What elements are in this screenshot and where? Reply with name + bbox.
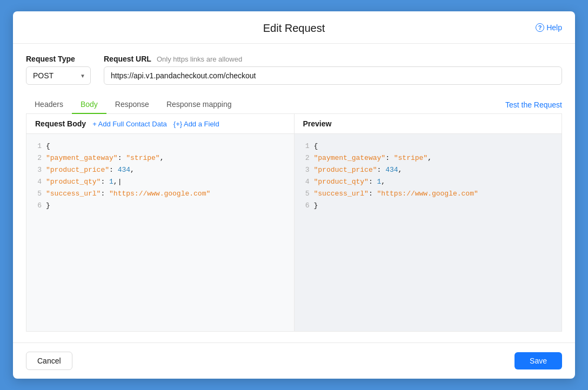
- modal-header: Edit Request ? Help: [13, 11, 575, 44]
- tabs-container: Headers Body Response Response mapping T…: [26, 96, 562, 114]
- editor-area: Request Body + Add Full Contact Data {+}…: [26, 114, 562, 332]
- form-row: Request Type POST GET PUT PATCH DELETE ▼: [26, 55, 562, 85]
- code-line: 6 }: [299, 200, 558, 212]
- help-icon: ?: [536, 23, 544, 32]
- code-line: 3 "product_price": 434,: [31, 164, 290, 176]
- url-label-row: Request URL Only https links are allowed: [104, 55, 562, 63]
- edit-request-modal: Edit Request ? Help Request Type POST GE…: [13, 11, 575, 379]
- tab-response[interactable]: Response: [106, 96, 158, 114]
- save-button[interactable]: Save: [514, 352, 562, 369]
- cancel-button[interactable]: Cancel: [26, 352, 72, 370]
- request-type-label: Request Type: [26, 55, 91, 63]
- request-type-select[interactable]: POST GET PUT PATCH DELETE: [26, 66, 91, 85]
- url-hint: Only https links are allowed: [157, 55, 242, 63]
- modal-title: Edit Request: [263, 22, 325, 35]
- add-full-contact-button[interactable]: + Add Full Contact Data: [92, 120, 167, 128]
- request-body-header: Request Body + Add Full Contact Data {+}…: [26, 114, 294, 134]
- code-line: 4 "product_qty": 1,: [299, 176, 558, 188]
- preview-editor: 1 { 2 "payment_gateway": "stripe", 3 "pr…: [295, 134, 562, 331]
- code-line: 4 "product_qty": 1,|: [31, 176, 290, 188]
- preview-pane: Preview 1 { 2 "payment_gateway": "stripe…: [295, 114, 562, 331]
- request-body-pane: Request Body + Add Full Contact Data {+}…: [26, 114, 295, 331]
- code-line: 2 "payment_gateway": "stripe",: [31, 152, 290, 164]
- preview-header: Preview: [295, 114, 562, 134]
- request-body-editor[interactable]: 1 { 2 "payment_gateway": "stripe", 3 "pr…: [26, 134, 294, 331]
- test-request-button[interactable]: Test the Request: [505, 96, 562, 113]
- help-link[interactable]: ? Help: [536, 23, 562, 32]
- code-line: 1 {: [299, 140, 558, 152]
- request-body-title: Request Body: [35, 119, 86, 128]
- code-line: 5 "success_url": "https://www.google.com…: [31, 188, 290, 200]
- request-type-select-wrapper: POST GET PUT PATCH DELETE ▼: [26, 66, 91, 85]
- request-type-group: Request Type POST GET PUT PATCH DELETE ▼: [26, 55, 91, 85]
- code-line: 3 "product_price": 434,: [299, 164, 558, 176]
- code-line: 6 }: [31, 200, 290, 212]
- modal-backdrop: Edit Request ? Help Request Type POST GE…: [0, 0, 588, 390]
- code-line: 2 "payment_gateway": "stripe",: [299, 152, 558, 164]
- tab-headers[interactable]: Headers: [26, 96, 72, 114]
- tab-response-mapping[interactable]: Response mapping: [158, 96, 240, 114]
- request-url-label: Request URL: [104, 55, 151, 63]
- tab-body[interactable]: Body: [72, 96, 106, 114]
- code-line: 5 "success_url": "https://www.google.com…: [299, 188, 558, 200]
- help-label: Help: [546, 23, 562, 32]
- request-url-input[interactable]: [104, 66, 562, 85]
- modal-body: Request Type POST GET PUT PATCH DELETE ▼: [13, 44, 575, 342]
- preview-title: Preview: [303, 119, 332, 128]
- request-url-group: Request URL Only https links are allowed: [104, 55, 562, 85]
- code-line: 1 {: [31, 140, 290, 152]
- add-field-button[interactable]: {+} Add a Field: [173, 120, 219, 128]
- modal-footer: Cancel Save: [13, 342, 575, 379]
